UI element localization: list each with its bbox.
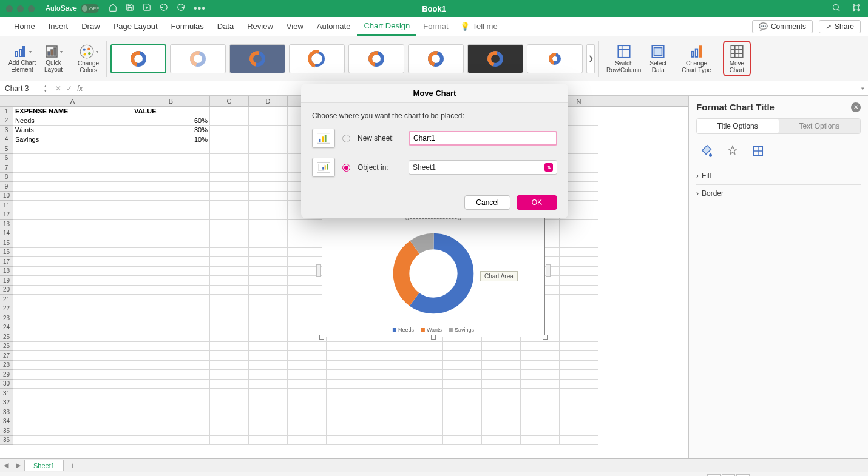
chart-style-2[interactable] bbox=[170, 44, 226, 73]
size-properties-icon[interactable] bbox=[751, 144, 765, 158]
cell[interactable] bbox=[327, 342, 365, 352]
cell[interactable] bbox=[210, 380, 249, 389]
autosave-toggle[interactable]: AutoSave OFF bbox=[46, 4, 99, 13]
cell[interactable] bbox=[365, 426, 404, 436]
cell[interactable] bbox=[132, 295, 210, 304]
cell[interactable] bbox=[404, 380, 443, 389]
cell[interactable] bbox=[249, 267, 288, 277]
row-header[interactable]: 7 bbox=[0, 163, 13, 173]
cell[interactable] bbox=[13, 248, 132, 258]
tab-chart-design[interactable]: Chart Design bbox=[357, 17, 416, 36]
select-data-button[interactable]: Select Data bbox=[646, 36, 670, 81]
cell[interactable]: 30% bbox=[132, 126, 210, 135]
cell[interactable] bbox=[210, 295, 249, 304]
add-sheet-button[interactable]: + bbox=[64, 461, 81, 471]
row-header[interactable]: 10 bbox=[0, 192, 13, 201]
cell[interactable] bbox=[404, 436, 443, 446]
cell[interactable] bbox=[249, 257, 288, 267]
styles-scroll-right-icon[interactable]: ❯ bbox=[586, 44, 595, 73]
cell[interactable] bbox=[249, 407, 288, 417]
cell[interactable] bbox=[288, 323, 327, 333]
cell[interactable] bbox=[210, 323, 249, 333]
row-header[interactable]: 18 bbox=[0, 267, 13, 277]
cell[interactable] bbox=[249, 417, 288, 427]
cell[interactable] bbox=[210, 304, 249, 314]
cell[interactable] bbox=[327, 417, 365, 427]
tab-home[interactable]: Home bbox=[7, 17, 42, 36]
cell[interactable] bbox=[482, 361, 521, 370]
cell[interactable] bbox=[13, 332, 132, 342]
cell[interactable] bbox=[210, 389, 249, 398]
tab-format[interactable]: Format bbox=[416, 17, 455, 36]
cell[interactable] bbox=[288, 248, 327, 258]
cell[interactable] bbox=[249, 436, 288, 446]
cell[interactable] bbox=[249, 201, 288, 210]
cell[interactable] bbox=[13, 182, 132, 192]
cell[interactable] bbox=[288, 220, 327, 229]
cell[interactable] bbox=[482, 351, 521, 361]
cell[interactable] bbox=[288, 370, 327, 380]
tab-insert[interactable]: Insert bbox=[42, 17, 75, 36]
cell[interactable] bbox=[210, 436, 249, 446]
quick-layout-button[interactable]: ▾ Quick Layout bbox=[41, 36, 66, 81]
tab-draw[interactable]: Draw bbox=[75, 17, 106, 36]
cell[interactable] bbox=[327, 361, 365, 370]
cell[interactable] bbox=[249, 332, 288, 342]
cell[interactable] bbox=[482, 389, 521, 398]
cell[interactable] bbox=[132, 389, 210, 398]
cell[interactable] bbox=[249, 426, 288, 436]
cell[interactable] bbox=[521, 407, 560, 417]
cell[interactable] bbox=[132, 351, 210, 361]
change-chart-type-button[interactable]: Change Chart Type bbox=[678, 36, 715, 81]
object-in-radio[interactable] bbox=[342, 164, 350, 172]
chart-style-1[interactable] bbox=[110, 44, 166, 73]
namebox-stepper[interactable]: ▴▾ bbox=[42, 81, 49, 95]
row-header[interactable]: 33 bbox=[0, 407, 13, 417]
cell[interactable] bbox=[443, 370, 482, 380]
cell[interactable] bbox=[249, 126, 288, 135]
cell[interactable] bbox=[288, 389, 327, 398]
cell[interactable] bbox=[482, 426, 521, 436]
effects-icon[interactable] bbox=[725, 144, 740, 158]
cell[interactable] bbox=[443, 417, 482, 427]
cell[interactable] bbox=[13, 229, 132, 239]
cell[interactable] bbox=[249, 295, 288, 304]
cell[interactable] bbox=[560, 276, 598, 286]
cell[interactable] bbox=[13, 210, 132, 220]
cell[interactable] bbox=[249, 238, 288, 248]
sheet-tab-sheet1[interactable]: Sheet1 bbox=[24, 460, 64, 471]
close-dot[interactable] bbox=[6, 5, 13, 12]
cell[interactable]: Wants bbox=[13, 126, 132, 135]
row-header[interactable]: 12 bbox=[0, 210, 13, 220]
name-box[interactable]: Chart 3 bbox=[0, 81, 42, 95]
cell[interactable] bbox=[210, 313, 249, 323]
row-header[interactable]: 26 bbox=[0, 342, 13, 352]
cell[interactable] bbox=[13, 257, 132, 267]
cell[interactable] bbox=[132, 323, 210, 333]
cell[interactable] bbox=[365, 417, 404, 427]
cell[interactable] bbox=[249, 144, 288, 154]
row-header[interactable]: 9 bbox=[0, 182, 13, 192]
redo-icon[interactable] bbox=[177, 3, 185, 14]
cell[interactable] bbox=[560, 361, 598, 370]
cell[interactable] bbox=[327, 380, 365, 389]
tab-automate[interactable]: Automate bbox=[310, 17, 358, 36]
cell[interactable] bbox=[288, 417, 327, 427]
cell[interactable] bbox=[443, 380, 482, 389]
cell[interactable] bbox=[249, 173, 288, 183]
cell[interactable] bbox=[13, 389, 132, 398]
cell[interactable] bbox=[560, 238, 598, 248]
cell[interactable] bbox=[132, 238, 210, 248]
cell[interactable] bbox=[13, 417, 132, 427]
cell[interactable] bbox=[365, 351, 404, 361]
cell[interactable] bbox=[132, 380, 210, 389]
cell[interactable] bbox=[132, 154, 210, 164]
cell[interactable] bbox=[210, 182, 249, 192]
column-header[interactable]: D bbox=[249, 96, 288, 106]
cell[interactable] bbox=[210, 286, 249, 295]
cell[interactable] bbox=[13, 267, 132, 277]
cell[interactable] bbox=[327, 398, 365, 408]
cell[interactable] bbox=[482, 436, 521, 446]
cell[interactable] bbox=[132, 192, 210, 201]
cell[interactable] bbox=[210, 210, 249, 220]
